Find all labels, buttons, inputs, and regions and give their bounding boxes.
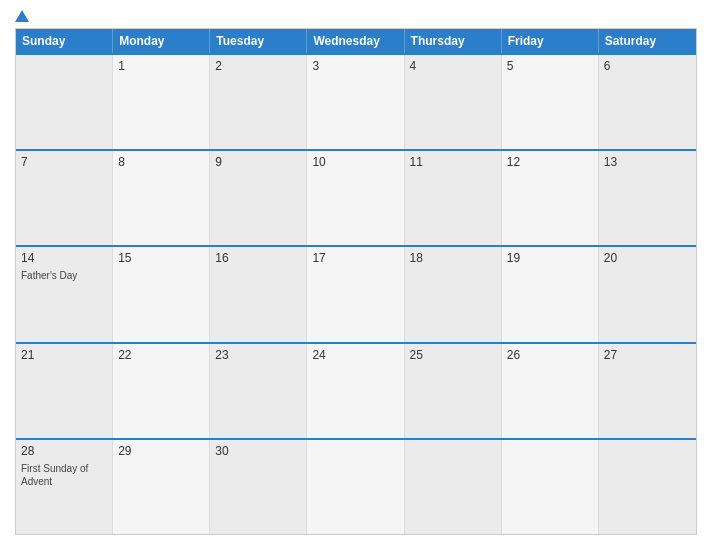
day-event: Father's Day [21, 269, 107, 282]
day-number: 16 [215, 251, 301, 265]
day-number: 13 [604, 155, 691, 169]
day-number: 12 [507, 155, 593, 169]
day-header-sunday: Sunday [16, 29, 113, 53]
day-number: 26 [507, 348, 593, 362]
day-number: 19 [507, 251, 593, 265]
cal-cell [16, 55, 113, 149]
day-number: 6 [604, 59, 691, 73]
day-number: 29 [118, 444, 204, 458]
cal-cell: 6 [599, 55, 696, 149]
cal-cell: 12 [502, 151, 599, 245]
day-header-friday: Friday [502, 29, 599, 53]
cal-cell: 21 [16, 344, 113, 438]
day-number: 23 [215, 348, 301, 362]
day-header-tuesday: Tuesday [210, 29, 307, 53]
cal-cell: 16 [210, 247, 307, 341]
cal-cell: 2 [210, 55, 307, 149]
cal-cell: 4 [405, 55, 502, 149]
cal-cell: 10 [307, 151, 404, 245]
day-header-thursday: Thursday [405, 29, 502, 53]
day-header-saturday: Saturday [599, 29, 696, 53]
cal-cell: 24 [307, 344, 404, 438]
day-number: 17 [312, 251, 398, 265]
cal-cell: 9 [210, 151, 307, 245]
day-number: 11 [410, 155, 496, 169]
cal-cell: 5 [502, 55, 599, 149]
cal-cell [405, 440, 502, 534]
logo-blue-text [15, 10, 31, 22]
day-number: 14 [21, 251, 107, 265]
week-row-3: 21222324252627 [16, 342, 696, 438]
day-number: 15 [118, 251, 204, 265]
week-row-2: 14Father's Day151617181920 [16, 245, 696, 341]
logo-triangle-icon [15, 10, 29, 22]
day-number: 22 [118, 348, 204, 362]
calendar-header [15, 10, 697, 28]
cal-cell: 27 [599, 344, 696, 438]
week-row-4: 28First Sunday of Advent2930 [16, 438, 696, 534]
day-number: 5 [507, 59, 593, 73]
day-number: 24 [312, 348, 398, 362]
cal-cell: 19 [502, 247, 599, 341]
cal-cell: 14Father's Day [16, 247, 113, 341]
cal-cell: 8 [113, 151, 210, 245]
week-row-0: 123456 [16, 53, 696, 149]
cal-cell: 7 [16, 151, 113, 245]
cal-cell: 17 [307, 247, 404, 341]
day-header-monday: Monday [113, 29, 210, 53]
day-header-wednesday: Wednesday [307, 29, 404, 53]
day-number: 21 [21, 348, 107, 362]
day-number: 18 [410, 251, 496, 265]
week-row-1: 78910111213 [16, 149, 696, 245]
cal-cell [502, 440, 599, 534]
day-number: 3 [312, 59, 398, 73]
day-number: 2 [215, 59, 301, 73]
day-event: First Sunday of Advent [21, 462, 107, 488]
day-number: 9 [215, 155, 301, 169]
cal-cell: 23 [210, 344, 307, 438]
cal-cell: 1 [113, 55, 210, 149]
day-number: 27 [604, 348, 691, 362]
day-number: 7 [21, 155, 107, 169]
cal-cell: 28First Sunday of Advent [16, 440, 113, 534]
cal-cell: 22 [113, 344, 210, 438]
calendar-body: 1234567891011121314Father's Day151617181… [16, 53, 696, 534]
cal-cell: 13 [599, 151, 696, 245]
calendar-header-row: SundayMondayTuesdayWednesdayThursdayFrid… [16, 29, 696, 53]
day-number: 28 [21, 444, 107, 458]
cal-cell: 15 [113, 247, 210, 341]
calendar-grid: SundayMondayTuesdayWednesdayThursdayFrid… [15, 28, 697, 535]
day-number: 1 [118, 59, 204, 73]
cal-cell: 18 [405, 247, 502, 341]
cal-cell: 3 [307, 55, 404, 149]
cal-cell: 25 [405, 344, 502, 438]
cal-cell: 26 [502, 344, 599, 438]
cal-cell: 11 [405, 151, 502, 245]
day-number: 4 [410, 59, 496, 73]
logo [15, 10, 31, 22]
cal-cell: 29 [113, 440, 210, 534]
day-number: 25 [410, 348, 496, 362]
day-number: 20 [604, 251, 691, 265]
day-number: 8 [118, 155, 204, 169]
cal-cell: 30 [210, 440, 307, 534]
cal-cell [599, 440, 696, 534]
cal-cell [307, 440, 404, 534]
day-number: 10 [312, 155, 398, 169]
day-number: 30 [215, 444, 301, 458]
cal-cell: 20 [599, 247, 696, 341]
